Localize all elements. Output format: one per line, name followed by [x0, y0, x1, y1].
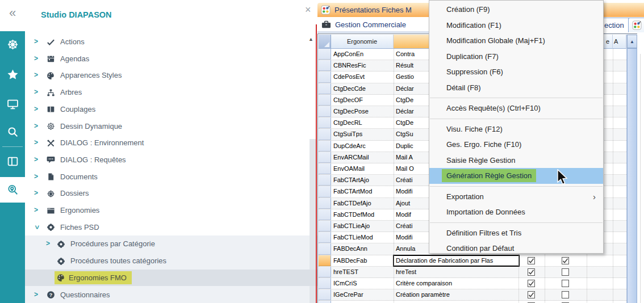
cell-ergonomie[interactable]: CtgDecCde [331, 83, 394, 94]
checkbox-col2-unchecked[interactable] [562, 291, 569, 298]
tree-item-actions[interactable]: >Actions [25, 33, 318, 51]
cell-ergonomie[interactable]: AppConEn [331, 49, 394, 60]
cell-ergonomie[interactable]: CBNResFic [331, 60, 394, 71]
cell-ergonomie[interactable]: IGeEnrFic [331, 301, 394, 303]
tree-item-agendas[interactable]: >Agendas [25, 51, 318, 68]
menu-item-detail[interactable]: Détail (F8) [429, 80, 603, 96]
menu-item-importation-de-donnees[interactable]: Importation de Données [429, 204, 603, 220]
cell-ergonomie[interactable]: EnvARCMail [331, 152, 394, 163]
tree-item-dialog-requetes[interactable]: >DIALOG : Requêtes [25, 152, 318, 169]
menu-item-acces-requetes[interactable]: Accès Requête(s) (Ctrl+F10) [429, 100, 603, 116]
table-row[interactable]: IGeCreParCréation paramètre [319, 289, 626, 301]
row-selector-cell[interactable] [319, 209, 331, 220]
row-selector-cell[interactable] [319, 278, 331, 289]
cell-ergonomie[interactable]: hreTEST [331, 267, 394, 277]
row-selector-cell[interactable] [319, 83, 331, 94]
cell-ergonomie[interactable]: IGeCrePar [331, 289, 394, 300]
tree-item-ergonomies-fmo[interactable]: Ergonomies FMO [25, 270, 318, 287]
cell-ergonomie[interactable]: FabCTArtAjo [331, 175, 394, 186]
menu-item-ges-ergo-fiche[interactable]: Ges. Ergo. Fiche (F10) [429, 137, 603, 153]
tree-item-documents[interactable]: >Documents [25, 169, 318, 186]
row-selector-cell[interactable] [319, 221, 331, 232]
row-selector-cell[interactable] [319, 141, 331, 152]
cell-ergonomie[interactable]: FabCTArtMod [331, 186, 394, 197]
tree-item-arbres[interactable]: >Arbres [25, 84, 318, 101]
menu-item-definition-filtres-tris[interactable]: Définition Filtres et Tris [429, 225, 603, 241]
row-selector-cell[interactable] [319, 152, 331, 163]
highlighted-tree-item[interactable]: Ergonomies FMO [55, 271, 132, 284]
row-selector-cell[interactable] [319, 255, 331, 266]
chevron-right-icon[interactable]: > [34, 101, 38, 118]
cell-ergonomie[interactable]: FabCTDefAjo [331, 198, 394, 209]
activity-item-explore[interactable] [0, 177, 25, 203]
chevron-right-icon[interactable]: > [34, 152, 38, 169]
row-selector-cell[interactable] [319, 243, 331, 254]
menu-item-suppression[interactable]: Suppression (F6) [429, 64, 603, 80]
chevron-right-icon[interactable]: > [34, 287, 38, 303]
tree-item-dessin-dynamique[interactable]: >Dessin Dynamique [25, 118, 318, 135]
row-selector-cell[interactable] [319, 198, 331, 209]
cell-ergonomie[interactable]: CtgDecRL [331, 117, 394, 128]
chevron-right-icon[interactable]: > [34, 67, 38, 84]
collapse-sidebar-icon[interactable]: « [9, 7, 16, 19]
chevron-right-icon[interactable]: > [34, 185, 38, 202]
row-selector-cell[interactable] [319, 163, 331, 174]
chevron-right-icon[interactable]: > [34, 134, 38, 152]
chevron-right-icon[interactable]: > [46, 235, 50, 253]
row-selector-cell[interactable] [319, 175, 331, 186]
menu-item-modification-globale[interactable]: Modification Globale (Maj+F1) [429, 33, 603, 49]
table-row[interactable]: hreTESThreTest [319, 267, 626, 278]
cell-designation[interactable]: hreTest [394, 267, 519, 277]
cell-ergonomie[interactable]: FabCTLieAjo [331, 221, 394, 232]
cell-ergonomie[interactable]: CdePosEvt [331, 71, 394, 82]
activity-item-screens[interactable] [0, 91, 25, 116]
cell-designation[interactable]: Création paramètre [394, 289, 519, 300]
menu-item-modification[interactable]: Modification (F1) [429, 18, 603, 33]
tree-item-procedures-par-categorie[interactable]: >Procédures par Catégorie [25, 235, 318, 253]
chevron-right-icon[interactable]: > [34, 84, 38, 101]
checkbox-col1-checked[interactable] [528, 291, 535, 298]
checkbox-col1-checked[interactable] [528, 268, 535, 276]
close-icon[interactable]: × [305, 5, 311, 15]
cell-ergonomie[interactable]: FabCTLieMod [331, 232, 394, 243]
chevron-right-icon[interactable]: > [34, 169, 38, 186]
tree-item-apparences-styles[interactable]: >Apparences Styles [25, 67, 318, 84]
checkbox-col1-checked[interactable] [528, 257, 535, 264]
activity-item-modules[interactable] [0, 32, 25, 57]
cell-ergonomie[interactable]: ICmCriS [331, 278, 394, 289]
menu-item-generation-regle-gestion[interactable]: Génération Règle Gestion [429, 168, 603, 184]
row-selector-cell[interactable] [319, 49, 331, 60]
row-selector-cell[interactable] [319, 71, 331, 82]
chevron-right-icon[interactable]: > [34, 51, 38, 68]
menu-item-saisie-regle-gestion[interactable]: Saisie Règle Gestion [429, 153, 603, 169]
tree-item-dossiers[interactable]: >Dossiers [25, 185, 318, 202]
table-row[interactable]: IGeEnrFicEnregistrement fichier [319, 301, 626, 303]
table-row[interactable]: ICmCriSCritère comparaison [319, 278, 626, 289]
checkbox-col2-unchecked[interactable] [562, 268, 569, 276]
select-all-header-cell[interactable] [319, 35, 331, 49]
menu-item-exportation[interactable]: Exportation› [429, 189, 603, 205]
tree-item-ergonomies[interactable]: >Ergonomies [25, 202, 318, 219]
row-selector-cell[interactable] [319, 186, 331, 197]
menu-item-duplication[interactable]: Duplication (F7) [429, 49, 603, 65]
tree-item-dialog-environnement[interactable]: >DIALOG : Environnement [25, 134, 318, 152]
menu-item-condition-par-defaut[interactable]: Condition par Défaut [429, 241, 603, 256]
menu-item-creation[interactable]: Création (F9) [429, 2, 603, 18]
chevron-right-icon[interactable]: > [34, 118, 38, 135]
cell-ergonomie[interactable]: FabCTDefMod [331, 209, 394, 220]
row-selector-cell[interactable] [319, 289, 331, 300]
row-selector-cell[interactable] [319, 129, 331, 140]
activity-item-panels[interactable] [0, 149, 25, 174]
cell-ergonomie[interactable]: CtgSuiTps [331, 129, 394, 140]
tab-gestion-commerciale[interactable]: Gestion Commerciale [317, 17, 408, 32]
chevron-right-icon[interactable]: > [34, 202, 38, 219]
tree-item-questionnaires[interactable]: >?Questionnaires [25, 287, 318, 303]
chevron-right-icon[interactable]: > [34, 33, 38, 51]
cell-ergonomie[interactable]: EnvOAMail [331, 163, 394, 174]
checkbox-col2-unchecked[interactable] [562, 280, 569, 287]
cell-ergonomie[interactable]: FABDecAnn [331, 243, 394, 254]
row-selector-cell[interactable] [319, 301, 331, 303]
activity-item-search[interactable] [0, 119, 25, 144]
checkbox-col2-checked[interactable] [562, 257, 569, 264]
checkbox-col1-checked[interactable] [528, 280, 535, 287]
